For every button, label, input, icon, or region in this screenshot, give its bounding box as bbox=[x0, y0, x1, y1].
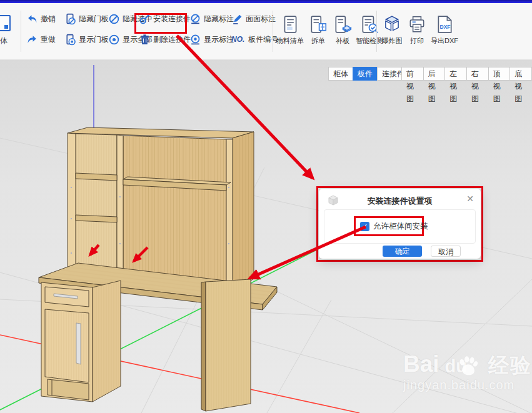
toolbar-undo-button[interactable]: 撤销 bbox=[26, 12, 56, 26]
export-dxf-icon: DXF bbox=[434, 14, 454, 34]
show-door-icon bbox=[64, 34, 76, 46]
tab-left-view[interactable]: 左视图 bbox=[444, 67, 467, 81]
split-order-icon bbox=[308, 14, 328, 34]
supplement-board-icon bbox=[333, 14, 353, 34]
tab-bottom-view[interactable]: 底视图 bbox=[509, 67, 532, 81]
toolbar-exploded-view-button[interactable]: 爆炸图 bbox=[379, 14, 405, 46]
hide-annotation-icon bbox=[189, 13, 201, 25]
toolbar-show-annotation-button[interactable]: 显示标注 bbox=[189, 32, 234, 46]
pencil-icon bbox=[231, 13, 243, 25]
hide-selected-icon bbox=[108, 13, 120, 25]
tab-right-view[interactable]: 右视图 bbox=[466, 67, 489, 81]
svg-text:DXF: DXF bbox=[440, 24, 451, 30]
toolbar-show-door-button[interactable]: 显示门板 bbox=[64, 32, 109, 46]
toolbar-face-annotation-button[interactable]: 面面标注 bbox=[231, 12, 276, 26]
toolbar-delete-connector-button[interactable]: 删除连接件 bbox=[139, 32, 191, 46]
toolbar-material-list-button[interactable]: 物料清单 bbox=[275, 14, 305, 46]
undo-arrow-icon bbox=[26, 13, 38, 25]
window-top-accent bbox=[0, 0, 532, 3]
toolbar-print-button[interactable]: 打印 bbox=[406, 14, 428, 46]
cabinet-partial-label: 体 bbox=[0, 36, 8, 46]
checkbox-highlight-box: ✓ 允许柜体间安装 bbox=[354, 216, 424, 236]
hide-door-icon bbox=[64, 13, 76, 25]
toolbar-split-order-button[interactable]: 拆单 bbox=[307, 14, 329, 46]
dialog-close-icon[interactable]: ✕ bbox=[466, 194, 474, 204]
toolbar-hide-annotation-button[interactable]: 隐藏标注 bbox=[189, 12, 234, 26]
toolbar-hide-door-button[interactable]: 隐藏门板 bbox=[64, 12, 109, 26]
toolbar-redo-button[interactable]: 重做 bbox=[26, 32, 56, 46]
dialog-title: 安装连接件设置项 bbox=[319, 196, 481, 207]
toolbar-export-dxf-button[interactable]: DXF 导出DXF bbox=[429, 14, 460, 46]
cabinet-partial-icon[interactable] bbox=[0, 15, 11, 31]
checkbox-label: 允许柜体间安装 bbox=[373, 221, 428, 232]
toolbar-supplement-board-button[interactable]: 补板 bbox=[331, 14, 354, 46]
main-toolbar: 体 撤销 重做 隐藏门板 显示门板 隐藏选中 bbox=[0, 3, 532, 60]
toolbar-install-connector-button[interactable]: 安装连接件 bbox=[139, 12, 191, 26]
trash-icon bbox=[139, 34, 151, 46]
connector-icon bbox=[139, 13, 151, 25]
toolbar-separator bbox=[273, 11, 273, 52]
tab-front-view[interactable]: 前视图 bbox=[401, 67, 424, 81]
exploded-view-icon bbox=[382, 14, 402, 34]
material-list-icon bbox=[280, 14, 300, 34]
toolbar-separator bbox=[376, 11, 377, 52]
view-direction-tabs: 前视图 后视图 左视图 右视图 顶视图 底视图 bbox=[402, 67, 532, 81]
redo-arrow-icon bbox=[26, 34, 38, 46]
tab-back-view[interactable]: 后视图 bbox=[423, 67, 446, 81]
show-annotation-icon bbox=[189, 34, 201, 46]
toolbar-panel-number-button[interactable]: NO. 板件编号 bbox=[231, 32, 278, 46]
tab-top-view[interactable]: 顶视图 bbox=[488, 67, 511, 81]
model-filter-tabs: 柜体 板件 连接件 bbox=[329, 67, 409, 81]
tab-panel[interactable]: 板件 bbox=[353, 67, 378, 81]
no-prefix-icon: NO. bbox=[231, 35, 244, 44]
printer-icon bbox=[407, 14, 427, 34]
tab-cabinet[interactable]: 柜体 bbox=[328, 67, 353, 81]
show-all-icon bbox=[108, 34, 120, 46]
dialog-cancel-button[interactable]: 取消 bbox=[431, 246, 461, 257]
allow-inter-cabinet-checkbox[interactable]: ✓ bbox=[360, 222, 369, 231]
install-connector-settings-dialog: 安装连接件设置项 ✕ ✓ 允许柜体间安装 确定 取消 bbox=[319, 189, 481, 259]
toolbar-separator bbox=[21, 11, 21, 52]
dialog-ok-button[interactable]: 确定 bbox=[383, 246, 422, 257]
